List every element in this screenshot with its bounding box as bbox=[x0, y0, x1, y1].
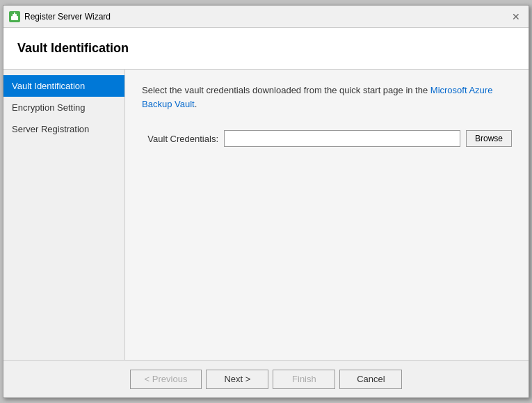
register-server-wizard-window: Register Server Wizard ✕ Vault Identific… bbox=[3, 5, 529, 398]
title-bar: Register Server Wizard ✕ bbox=[3, 6, 529, 28]
page-title-bar: Vault Identification bbox=[3, 28, 529, 70]
close-button[interactable]: ✕ bbox=[509, 10, 523, 24]
browse-button[interactable]: Browse bbox=[466, 130, 512, 147]
vault-credentials-input[interactable] bbox=[224, 130, 460, 147]
sidebar-item-vault-identification-label: Vault Identification bbox=[12, 81, 85, 91]
cancel-button[interactable]: Cancel bbox=[339, 370, 402, 389]
sidebar: Vault Identification Encryption Setting … bbox=[3, 70, 125, 360]
description-text: Select the vault credentials downloaded … bbox=[142, 84, 512, 111]
vault-credentials-label: Vault Credentials: bbox=[142, 134, 218, 144]
highlight-text: Microsoft Azure Backup Vault bbox=[142, 85, 492, 109]
wizard-icon bbox=[9, 11, 20, 22]
sidebar-item-server-registration-label: Server Registration bbox=[12, 124, 89, 134]
content-area: Vault Identification Encryption Setting … bbox=[3, 70, 529, 360]
title-bar-left: Register Server Wizard bbox=[9, 11, 111, 22]
sidebar-item-server-registration[interactable]: Server Registration bbox=[3, 118, 124, 140]
sidebar-item-encryption-setting[interactable]: Encryption Setting bbox=[3, 97, 124, 118]
sidebar-item-vault-identification[interactable]: Vault Identification bbox=[3, 75, 124, 97]
footer: < Previous Next > Finish Cancel bbox=[3, 360, 529, 397]
sidebar-item-encryption-setting-label: Encryption Setting bbox=[12, 102, 86, 113]
page-title: Vault Identification bbox=[17, 41, 129, 56]
main-panel: Select the vault credentials downloaded … bbox=[125, 70, 529, 360]
next-button[interactable]: Next > bbox=[206, 370, 268, 389]
finish-button[interactable]: Finish bbox=[273, 370, 335, 389]
title-bar-title: Register Server Wizard bbox=[24, 12, 111, 22]
svg-rect-2 bbox=[14, 13, 15, 15]
vault-credentials-row: Vault Credentials: Browse bbox=[142, 130, 512, 147]
previous-button[interactable]: < Previous bbox=[130, 370, 202, 389]
